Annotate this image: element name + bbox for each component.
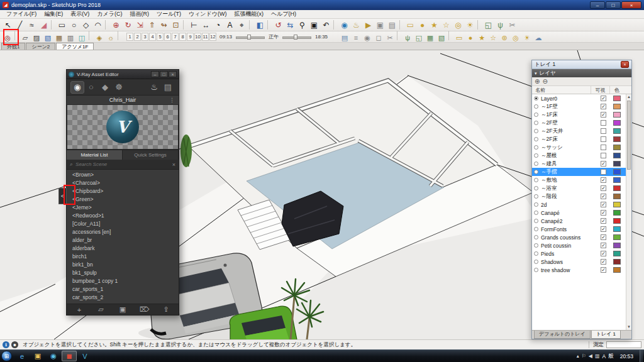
- scene-number-button[interactable]: 5: [157, 33, 164, 41]
- settings-tab-icon[interactable]: ☸: [112, 81, 126, 94]
- menu-item-extensions[interactable]: 拡張機能(x): [230, 10, 267, 18]
- material-list-item[interactable]: <Charcoal>: [67, 179, 179, 187]
- import-asset-icon[interactable]: ▱: [95, 305, 108, 315]
- layer-color-swatch[interactable]: [613, 136, 621, 142]
- vray-rect-light-icon[interactable]: ▭: [404, 19, 416, 30]
- search-input[interactable]: [75, 162, 172, 167]
- shrub-plant[interactable]: [180, 134, 192, 167]
- layers-section-header[interactable]: ▾ レイヤ: [532, 69, 631, 77]
- polygon-tool-icon[interactable]: ◇: [80, 19, 92, 30]
- layer-scrollbar[interactable]: ▲ ▼: [626, 94, 631, 330]
- previous-view-icon[interactable]: ↶: [320, 19, 332, 30]
- start-button[interactable]: ⊞: [1, 351, 12, 361]
- column-visible[interactable]: 可視: [591, 86, 610, 94]
- vray-fur-icon[interactable]: ψ: [494, 19, 506, 30]
- layer-color-swatch[interactable]: [613, 226, 621, 232]
- style-monochrome-icon[interactable]: ▥: [65, 33, 76, 43]
- menu-item-camera[interactable]: カメラ(C): [93, 10, 126, 18]
- maximize-button[interactable]: □: [606, 1, 621, 9]
- layer-color-swatch[interactable]: [613, 210, 621, 216]
- layer-row-15[interactable]: Canapé2✓: [532, 217, 626, 225]
- material-list-item[interactable]: alder_br: [67, 236, 179, 244]
- orbit-tool-icon[interactable]: ↺: [272, 19, 284, 30]
- delete-asset-icon[interactable]: ⌦: [138, 305, 151, 315]
- scene-number-button[interactable]: 8: [179, 33, 186, 41]
- vray-spot-light-icon[interactable]: ★: [428, 19, 440, 30]
- dimension-tool-icon[interactable]: ↔: [200, 19, 212, 30]
- layer-radio[interactable]: [534, 162, 538, 166]
- layer-radio[interactable]: [534, 112, 538, 117]
- style-textured-icon[interactable]: ▦: [53, 33, 65, 43]
- layer-radio[interactable]: [534, 186, 538, 190]
- layer-visible-checkbox[interactable]: ✓: [601, 267, 606, 273]
- layer-radio[interactable]: [534, 251, 538, 256]
- layer-radio[interactable]: [534, 145, 538, 150]
- lights-tab-icon[interactable]: ○: [84, 81, 98, 94]
- lock-icon[interactable]: ◈: [94, 33, 105, 43]
- ime-indicator[interactable]: A: [602, 353, 606, 359]
- collapse-chevron-icon[interactable]: ▾: [535, 71, 537, 76]
- vray-dome-light-icon[interactable]: ◎: [452, 19, 464, 30]
- layer-color-swatch[interactable]: [613, 145, 621, 150]
- layer-color-swatch[interactable]: [613, 128, 621, 134]
- layer-color-swatch[interactable]: [613, 259, 621, 265]
- style-shaded-icon[interactable]: ▧: [42, 33, 53, 43]
- layer-row-21[interactable]: tree shadow✓: [532, 266, 626, 274]
- network-icon[interactable]: ▥: [595, 353, 600, 359]
- delete-layer-button[interactable]: ⊖: [542, 79, 547, 85]
- add-asset-icon[interactable]: +: [73, 305, 86, 315]
- circle-tool-icon[interactable]: ○: [68, 19, 80, 30]
- tab-material-list[interactable]: Material List: [67, 150, 123, 160]
- material-list-item[interactable]: <Green>: [67, 195, 179, 204]
- tray-title-bar[interactable]: トレイ 1 ×: [532, 60, 631, 69]
- add-layer-button[interactable]: ⊕: [535, 79, 540, 85]
- scrollbar-thumb[interactable]: [627, 101, 631, 170]
- display-shadows-icon[interactable]: ☼: [105, 33, 116, 43]
- vray-ies-light-2-icon[interactable]: ☆: [487, 33, 499, 43]
- zoom-tool-icon[interactable]: ⚲: [296, 19, 308, 30]
- vray-title-bar[interactable]: V-Ray Asset Editor –□×: [67, 70, 179, 79]
- scene-number-button[interactable]: 3: [142, 33, 148, 41]
- layer-row-13[interactable]: 2d✓: [532, 200, 626, 209]
- layer-visible-checkbox[interactable]: [601, 153, 606, 158]
- layer-row-16[interactable]: FormFonts✓: [532, 225, 626, 233]
- layer-color-swatch[interactable]: [613, 153, 621, 158]
- layer-row-19[interactable]: Pieds✓: [532, 250, 626, 258]
- move-tool-icon[interactable]: ⊕: [110, 19, 122, 30]
- materials-tab-icon[interactable]: ◉: [70, 81, 84, 94]
- layer-visible-checkbox[interactable]: ✓: [601, 185, 606, 191]
- layer-color-swatch[interactable]: [613, 185, 621, 191]
- vray-infinite-plane-icon[interactable]: ◱: [482, 19, 494, 30]
- tape-measure-tool-icon[interactable]: ⊢: [188, 19, 200, 30]
- layer-radio[interactable]: [534, 137, 538, 141]
- material-list-item[interactable]: <Jeme>: [67, 204, 179, 212]
- layer-color-swatch[interactable]: [613, 177, 621, 183]
- menu-item-draw[interactable]: 描画(R): [126, 10, 153, 18]
- layer-row-3[interactable]: ～2F壁: [532, 119, 626, 127]
- scene-number-button[interactable]: 12: [209, 33, 216, 41]
- layer-visible-checkbox[interactable]: ✓: [601, 177, 606, 183]
- explorer-taskbar-icon[interactable]: ▣: [30, 351, 45, 361]
- layer-radio[interactable]: [534, 121, 538, 125]
- vray-frame-buffer-icon[interactable]: ▤: [386, 19, 398, 30]
- vray-sphere-light-icon[interactable]: ●: [416, 19, 428, 30]
- close-button[interactable]: ×: [621, 1, 641, 9]
- paint-bucket-tool-icon[interactable]: ◧: [254, 19, 266, 30]
- scene-number-button[interactable]: 9: [187, 33, 194, 41]
- vray-sun-icon[interactable]: ☀: [464, 19, 476, 30]
- tray-tab-1[interactable]: トレイ 1: [591, 331, 621, 339]
- menu-item-tools[interactable]: ツール(T): [153, 10, 185, 18]
- tray-panel[interactable]: トレイ 1 × ▾ レイヤ ⊕⊖ 名前 可視 色 Layer0✓～1F壁✓～1F…: [531, 60, 632, 339]
- zoom-extents-tool-icon[interactable]: ▣: [308, 19, 320, 30]
- vray-asset-editor-window[interactable]: V-Ray Asset Editor –□× ◉○◆☸ ♨▤ Chris_Hai…: [66, 69, 179, 315]
- layer-visible-checkbox[interactable]: ✓: [601, 112, 606, 118]
- style-wireframe-icon[interactable]: ▱: [19, 33, 31, 43]
- style-hidden-line-icon[interactable]: ▨: [31, 33, 42, 43]
- layer-row-11[interactable]: ～浴室✓: [532, 184, 626, 192]
- layer-visible-checkbox[interactable]: [601, 169, 606, 175]
- vray-taskbar-icon[interactable]: V: [77, 351, 92, 361]
- layer-radio[interactable]: [534, 202, 538, 207]
- vray-clipper-2-icon[interactable]: ✂: [384, 33, 396, 43]
- layer-radio[interactable]: [534, 268, 538, 272]
- scene-number-button[interactable]: 1: [126, 33, 133, 41]
